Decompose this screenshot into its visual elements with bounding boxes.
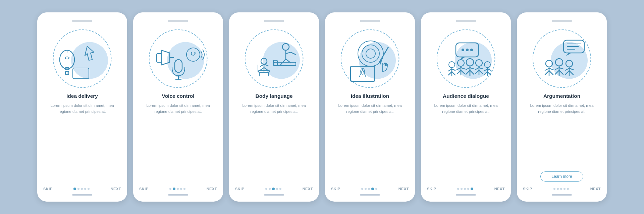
svg-line-75 — [549, 68, 553, 70]
page-dots — [73, 188, 90, 190]
skip-button[interactable]: SKIP — [523, 187, 532, 191]
dot-2 — [173, 188, 175, 190]
card-body-language: Body language Lorem ipsum dolor sit dim … — [229, 12, 319, 202]
nav-row: SKIP NEXT — [235, 187, 313, 191]
phone-notch — [264, 20, 284, 22]
next-button[interactable]: NEXT — [494, 187, 505, 191]
svg-line-74 — [545, 68, 549, 70]
svg-point-39 — [462, 49, 464, 51]
icon-area-audience-dialogue — [432, 27, 499, 90]
skip-button[interactable]: SKIP — [43, 187, 53, 191]
card-voice-control: Voice control Lorem ipsum dolor sit dim … — [133, 12, 223, 202]
svg-point-42 — [449, 62, 455, 68]
svg-point-22 — [261, 58, 267, 64]
dot-1 — [265, 188, 267, 190]
page-dots — [265, 188, 281, 190]
dot-3 — [560, 188, 562, 190]
phone-notch — [72, 20, 92, 22]
svg-rect-9 — [73, 68, 89, 79]
card-footer: Learn more SKIP NEXT — [523, 171, 601, 191]
dot-2 — [557, 188, 559, 190]
card-idea-illustration: Idea illustration Lorem ipsum dolor sit … — [325, 12, 415, 202]
page-dots — [553, 188, 569, 190]
card-footer: SKIP NEXT — [43, 185, 121, 191]
card-title: Audience dialogue — [443, 93, 489, 99]
skip-button[interactable]: SKIP — [331, 187, 340, 191]
dot-1 — [169, 188, 171, 190]
svg-line-48 — [457, 70, 461, 74]
bottom-bar — [168, 194, 188, 196]
svg-line-77 — [555, 70, 559, 74]
dot-1 — [457, 188, 459, 190]
skip-button[interactable]: SKIP — [235, 187, 245, 191]
svg-point-71 — [546, 60, 552, 67]
next-button[interactable]: NEXT — [207, 187, 217, 191]
card-title: Body language — [255, 93, 292, 99]
svg-line-58 — [475, 70, 479, 74]
dot-5 — [567, 188, 569, 190]
card-desc: Lorem ipsum dolor sit dim amet, mea regi… — [331, 102, 409, 182]
bottom-bar — [552, 194, 572, 196]
dot-2 — [269, 188, 271, 190]
svg-point-41 — [470, 49, 473, 51]
dot-5 — [375, 188, 377, 190]
skip-button[interactable]: SKIP — [427, 187, 436, 191]
svg-point-18 — [194, 52, 196, 54]
nav-row: SKIP NEXT — [43, 187, 121, 191]
dot-4 — [371, 188, 374, 190]
dot-1 — [73, 188, 76, 190]
dot-3 — [272, 188, 275, 190]
dot-3 — [464, 188, 466, 190]
svg-line-61 — [479, 68, 483, 69]
learn-more-button[interactable]: Learn more — [540, 171, 583, 182]
svg-point-17 — [191, 52, 192, 54]
nav-row: SKIP NEXT — [331, 187, 409, 191]
bottom-bar — [360, 194, 380, 196]
svg-line-49 — [461, 70, 465, 74]
next-button[interactable]: NEXT — [303, 187, 313, 191]
svg-rect-11 — [157, 54, 161, 62]
svg-line-46 — [452, 69, 455, 70]
svg-line-60 — [475, 68, 479, 70]
next-button[interactable]: NEXT — [398, 187, 409, 191]
cards-container: Idea delivery Lorem ipsum dolor sit dim … — [26, 3, 618, 211]
body-language-icon — [247, 33, 301, 85]
svg-line-80 — [559, 68, 563, 69]
svg-line-66 — [487, 69, 491, 70]
next-button[interactable]: NEXT — [590, 187, 601, 191]
svg-line-65 — [484, 69, 487, 71]
icon-area-idea-delivery — [49, 27, 116, 90]
nav-row: SKIP NEXT — [523, 187, 601, 191]
svg-line-79 — [555, 68, 559, 70]
svg-line-55 — [466, 68, 470, 70]
card-title: Idea illustration — [351, 93, 389, 99]
next-button[interactable]: NEXT — [111, 187, 121, 191]
svg-line-82 — [565, 71, 569, 75]
card-desc: Lorem ipsum dolor sit dim amet, mea regi… — [235, 102, 313, 182]
dot-5 — [183, 188, 185, 190]
dot-2 — [77, 188, 79, 190]
svg-line-63 — [484, 72, 487, 75]
nav-row: SKIP NEXT — [139, 187, 217, 191]
svg-line-84 — [565, 68, 569, 70]
svg-line-78 — [559, 70, 563, 74]
svg-line-43 — [448, 72, 452, 75]
dot-4 — [84, 188, 86, 190]
svg-line-59 — [479, 70, 483, 74]
svg-line-54 — [470, 70, 474, 74]
skip-button[interactable]: SKIP — [139, 187, 149, 191]
phone-notch — [552, 20, 572, 22]
dot-1 — [361, 188, 363, 190]
card-desc: Lorem ipsum dolor sit dim amet, mea regi… — [43, 102, 121, 182]
idea-illustration-icon — [343, 33, 397, 85]
svg-line-30 — [379, 47, 388, 62]
nav-row: SKIP NEXT — [427, 187, 505, 191]
icon-area-idea-illustration — [336, 27, 404, 90]
svg-point-47 — [458, 60, 464, 66]
dot-4 — [276, 188, 278, 190]
svg-line-83 — [569, 71, 573, 75]
card-argumentation: Argumentation Lorem ipsum dolor sit dim … — [517, 12, 607, 202]
card-desc: Lorem ipsum dolor sit dim amet, mea regi… — [427, 102, 505, 182]
svg-line-50 — [457, 68, 461, 70]
dot-4 — [467, 188, 469, 190]
